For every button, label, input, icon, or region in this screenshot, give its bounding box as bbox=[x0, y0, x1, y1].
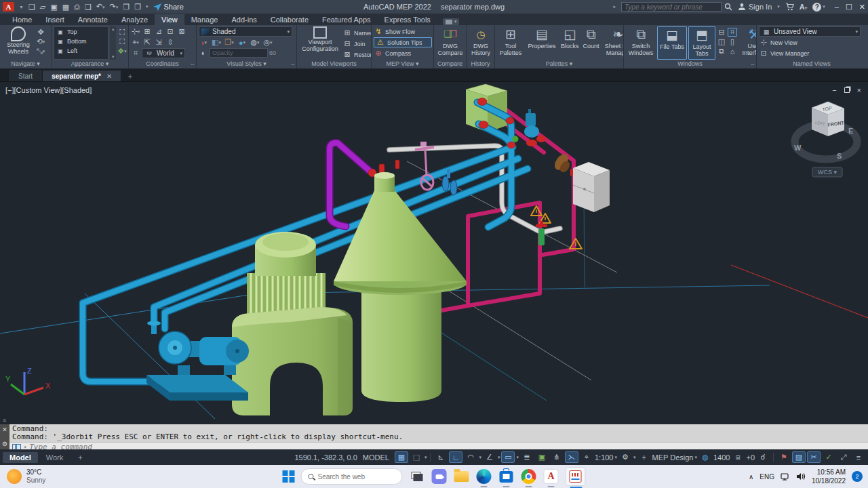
drawing-area[interactable]: [−][Custom View][Shaded] − × ≡ bbox=[0, 81, 868, 424]
close-tab-icon[interactable]: ✕ bbox=[106, 73, 112, 80]
viewcube[interactable]: W S E TOP LEFT FRONT WCS ▾ bbox=[794, 102, 857, 177]
task-view-button[interactable] bbox=[409, 468, 425, 485]
lineweight-icon[interactable]: ≣ bbox=[520, 451, 534, 463]
viewport-configuration-button[interactable]: Viewport Configuration bbox=[299, 26, 341, 60]
doc-restore-button[interactable] bbox=[844, 87, 850, 93]
tab-add-ins[interactable]: Add-ins bbox=[224, 14, 263, 25]
network-icon[interactable] bbox=[781, 472, 790, 481]
edge-button[interactable] bbox=[476, 468, 492, 485]
tile-vertically-icon[interactable]: ◫ bbox=[717, 37, 726, 46]
qat-dropdown-icon[interactable]: ▾ bbox=[146, 4, 149, 9]
annotation-visibility-icon[interactable]: ☌ bbox=[756, 451, 770, 463]
taskbar-search[interactable] bbox=[301, 468, 403, 485]
steering-wheels-button[interactable]: Steering Wheels bbox=[2, 26, 35, 60]
redo-icon[interactable]: ↷▾ bbox=[110, 0, 119, 14]
view-manager-button[interactable]: ⊡View Manager bbox=[759, 48, 865, 58]
tab-express-tools[interactable]: Express Tools bbox=[378, 14, 437, 25]
app-menu-caret-icon[interactable]: ▼ bbox=[19, 5, 24, 9]
file-tab-document[interactable]: separator mep* ✕ bbox=[43, 70, 121, 81]
sheet-set-manager-button[interactable]: ❧ Sheet Set Manager bbox=[602, 26, 623, 60]
file-tab-start[interactable]: Start bbox=[9, 70, 41, 81]
count-button[interactable]: ⧉ Count bbox=[582, 26, 601, 60]
autoscale-plus[interactable]: +0 bbox=[746, 453, 755, 462]
tab-home[interactable]: Home bbox=[5, 14, 39, 25]
actuator-valve[interactable] bbox=[513, 109, 547, 146]
view-list-scrollbar[interactable]: ▲▼ bbox=[110, 26, 116, 60]
keyword-search-input[interactable] bbox=[621, 2, 722, 12]
show-flow-button[interactable]: ↯Show Flow bbox=[374, 26, 432, 37]
doc-close-button[interactable]: × bbox=[857, 86, 861, 94]
chrome-button[interactable] bbox=[521, 468, 537, 485]
dwg-history-button[interactable]: ◷ DWG History bbox=[467, 26, 494, 60]
graphics-performance-icon[interactable]: ✓ bbox=[822, 451, 835, 463]
anchor-window-icon[interactable]: ▯ bbox=[728, 37, 737, 46]
save-icon[interactable]: ▣ bbox=[50, 0, 57, 14]
view-list-bottom[interactable]: ▣Bottom bbox=[54, 37, 108, 46]
new-view-button[interactable]: ⊹New View bbox=[759, 37, 865, 47]
ucs-named-icon[interactable]: ⌖▾ bbox=[131, 38, 140, 47]
tab-featured-apps[interactable]: Featured Apps bbox=[315, 14, 378, 25]
dialog-launcher-icon[interactable]: ⌙ bbox=[751, 60, 755, 68]
dialog-launcher-icon[interactable]: ⌙ bbox=[291, 60, 295, 68]
tool-palettes-button[interactable]: ⊞ Tool Palettes bbox=[497, 26, 524, 60]
viewport-lock-icon[interactable]: ⛶ bbox=[117, 28, 127, 37]
view-list-top[interactable]: ▣Top bbox=[54, 27, 108, 37]
web-search-input[interactable] bbox=[318, 473, 393, 481]
layout-tabs-button[interactable]: ⬒ Layout Tabs bbox=[688, 26, 715, 60]
selection-cycling-icon[interactable]: ⋔ bbox=[550, 451, 564, 463]
sign-in-button[interactable]: Sign In bbox=[738, 3, 772, 11]
dwg-compare-button[interactable]: ❏❐ DWG Compare bbox=[435, 26, 466, 60]
orbit-icon[interactable]: ⟲▾ bbox=[36, 37, 45, 46]
ucs-dropdown[interactable]: ⛁World▾ bbox=[142, 48, 185, 58]
grid-display-icon[interactable]: ▦ bbox=[395, 451, 408, 463]
new-layout-button[interactable]: + bbox=[71, 452, 89, 463]
tray-chevron-icon[interactable]: ∧ bbox=[749, 473, 753, 481]
join-viewports-button[interactable]: ⊟Join bbox=[342, 39, 371, 49]
view-list-left[interactable]: ▣Left bbox=[54, 46, 108, 56]
account-caret-icon[interactable]: ▾ bbox=[777, 4, 780, 9]
named-view-dropdown[interactable]: ▦ Unsaved View▾ bbox=[759, 26, 861, 37]
user-interface-button[interactable]: ⚒ User Interface bbox=[738, 26, 756, 60]
new-file-icon[interactable]: ❏ bbox=[28, 0, 35, 14]
panel-label-model-viewports[interactable]: Model Viewports bbox=[297, 60, 371, 68]
isolate-filter-icon[interactable]: ✂ bbox=[807, 451, 821, 463]
doc-minimize-button[interactable]: − bbox=[832, 86, 836, 94]
tab-analyze[interactable]: Analyze bbox=[115, 14, 155, 25]
panel-label-palettes[interactable]: Palettes ▾ bbox=[495, 60, 623, 68]
workspace-gear-icon[interactable]: ⚙▾ bbox=[618, 451, 636, 463]
panel-label-history[interactable]: History bbox=[467, 60, 494, 68]
blocks-button[interactable]: ◱ Blocks bbox=[559, 26, 580, 60]
dynamic-input-icon[interactable]: ⌖ bbox=[580, 451, 593, 463]
file-explorer-button[interactable] bbox=[454, 468, 470, 485]
ucs-world-icon[interactable]: ⊞ bbox=[142, 27, 152, 36]
clean-screen-icon[interactable]: ⤢ bbox=[837, 451, 850, 463]
tab-collaborate[interactable]: Collaborate bbox=[264, 14, 315, 25]
layout-tab-work[interactable]: Work bbox=[39, 452, 70, 463]
plot-icon[interactable]: ⎙ bbox=[74, 0, 80, 14]
polar-tracking-icon[interactable]: ◠▾ bbox=[464, 451, 481, 463]
tab-insert[interactable]: Insert bbox=[39, 14, 71, 25]
autodesk-app-icon[interactable]: A▾ bbox=[800, 3, 807, 11]
open-file-icon[interactable]: ▱ bbox=[40, 0, 45, 14]
visual-style-sphere1-icon[interactable]: ◑▾ bbox=[199, 38, 208, 47]
model-space-toggle[interactable]: MODEL bbox=[363, 453, 389, 462]
toolbox-icon[interactable]: ⌂ bbox=[728, 47, 737, 56]
panel-label-coordinates[interactable]: Coordinates⌙ bbox=[129, 60, 196, 68]
layout-tab-model[interactable]: Model bbox=[3, 452, 38, 463]
visual-style-dropdown[interactable]: Shaded▾ bbox=[199, 26, 292, 37]
panel-label-compare[interactable]: Compare bbox=[434, 60, 466, 68]
restore-viewports-button[interactable]: ⊠Restore bbox=[342, 49, 371, 60]
switch-windows-button[interactable]: ⧉ Switch Windows bbox=[626, 26, 656, 60]
transparency-icon[interactable]: ▣ bbox=[535, 451, 549, 463]
ucs-origin-icon[interactable]: ⊿ bbox=[154, 27, 163, 36]
panel-label-navigate[interactable]: Navigate ▾ bbox=[0, 60, 51, 68]
command-customize-wrench-icon[interactable]: ⚙ bbox=[2, 441, 7, 447]
notification-badge[interactable]: 2 bbox=[852, 471, 863, 482]
ucs-axis-icon[interactable]: Z Y X bbox=[5, 367, 51, 394]
snap-mode-icon[interactable]: ⬚▾ bbox=[410, 451, 427, 463]
ucs-face-icon[interactable]: ⊠ bbox=[177, 27, 186, 36]
file-tabs-button[interactable]: ⬓ File Tabs bbox=[657, 26, 687, 60]
visual-style-sphere2-icon[interactable]: ●▾ bbox=[237, 38, 247, 47]
zoom-extents-icon[interactable]: ⤡▾ bbox=[36, 47, 45, 56]
command-history[interactable]: Command: Command: '_3dorbit Press ESC or… bbox=[9, 424, 868, 442]
